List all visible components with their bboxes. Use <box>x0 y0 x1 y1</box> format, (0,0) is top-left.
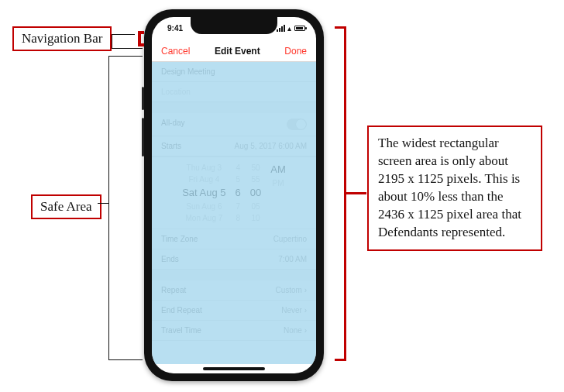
bracket-screen-height <box>346 192 366 194</box>
bracket-screen-height <box>335 359 346 361</box>
done-button[interactable]: Done <box>284 46 307 57</box>
connector-line <box>112 34 112 48</box>
navigation-bar: Cancel Edit Event Done <box>152 40 316 62</box>
connector-line <box>112 48 143 49</box>
status-time: 9:41 <box>167 24 183 33</box>
description-box: The widest rectangular screen area is on… <box>367 126 542 251</box>
connector-line <box>108 56 143 57</box>
safe-area-overlay <box>152 62 316 364</box>
battery-icon <box>294 26 305 31</box>
status-icons: ▴ <box>277 24 305 33</box>
bracket-screen-height <box>335 26 346 29</box>
notch <box>191 17 277 34</box>
navbar-title: Edit Event <box>215 46 260 57</box>
label-navigation-bar: Navigation Bar <box>12 26 112 51</box>
iphone-frame: 9:41 ▴ Cancel Edit Event Done Design Mee… <box>144 9 324 381</box>
bracket-navbar <box>138 43 144 46</box>
signal-icon <box>277 25 285 32</box>
connector-line <box>108 359 143 360</box>
label-safe-area: Safe Area <box>31 194 101 219</box>
home-indicator <box>203 367 265 370</box>
wifi-icon: ▴ <box>287 24 292 33</box>
diagram-stage: 9:41 ▴ Cancel Edit Event Done Design Mee… <box>0 0 564 392</box>
connector-line <box>98 203 108 204</box>
connector-line <box>108 56 109 359</box>
iphone-screen: 9:41 ▴ Cancel Edit Event Done Design Mee… <box>152 17 316 373</box>
cancel-button[interactable]: Cancel <box>161 46 190 57</box>
bracket-navbar <box>138 31 144 34</box>
connector-line <box>112 34 135 35</box>
